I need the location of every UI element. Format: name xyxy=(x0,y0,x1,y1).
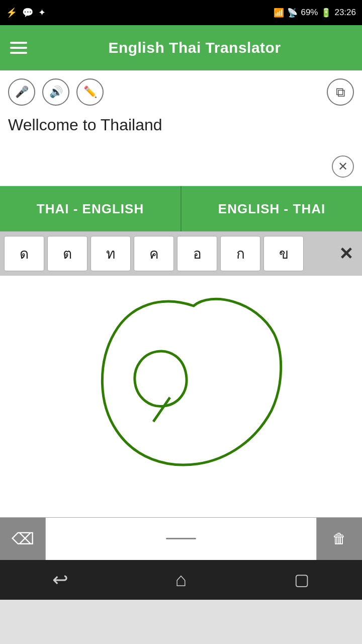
copy-button[interactable]: ⧉ xyxy=(327,78,354,106)
status-bar: ⚡ 💬 ✦ 📶 📡 69% 🔋 23:26 xyxy=(0,0,362,25)
status-left-icons: ⚡ 💬 ✦ xyxy=(6,7,46,18)
speaker-icon: 🔊 xyxy=(49,86,63,99)
char-btn-5[interactable]: ก xyxy=(220,236,260,271)
drawing-path-tail xyxy=(153,397,170,422)
drawing-path-inner xyxy=(135,351,187,407)
keyboard-bar: ⌫ 🗑 xyxy=(0,517,362,559)
mic-button[interactable]: 🎤 xyxy=(8,78,35,106)
menu-button[interactable] xyxy=(10,42,27,54)
char-btn-3[interactable]: ค xyxy=(134,236,174,271)
signal-icon: 📡 xyxy=(287,8,298,18)
input-area: 🎤 🔊 ✏️ ⧉ Wellcome to Thailand ✕ xyxy=(0,70,362,186)
usb-icon: ⚡ xyxy=(6,7,17,18)
char-btn-0[interactable]: ด xyxy=(4,236,44,271)
delete-icon: 🗑 xyxy=(332,530,346,547)
speaker-button[interactable]: 🔊 xyxy=(42,78,69,106)
mode-buttons: THAI - ENGLISH ENGLISH - THAI xyxy=(0,186,362,231)
spacebar-indicator xyxy=(166,538,196,539)
char-btn-4[interactable]: อ xyxy=(177,236,217,271)
app-title: English Thai Translator xyxy=(37,39,352,56)
copy-icon: ⧉ xyxy=(336,85,345,100)
delete-button[interactable]: 🗑 xyxy=(317,518,362,560)
drawing-canvas[interactable] xyxy=(0,276,362,517)
drawing-path-outer xyxy=(102,299,281,465)
clock: 23:26 xyxy=(334,8,356,18)
drawing-svg xyxy=(0,276,362,517)
back-icon: ↩ xyxy=(52,569,68,591)
recents-button[interactable]: ▢ xyxy=(282,565,322,595)
mic-icon: 🎤 xyxy=(15,86,29,99)
android-icon: ✦ xyxy=(38,7,46,18)
char-btn-6[interactable]: ข xyxy=(263,236,304,271)
backspace-button[interactable]: ⌫ xyxy=(0,518,45,560)
char-btn-2[interactable]: ท xyxy=(90,236,131,271)
recents-icon: ▢ xyxy=(294,570,309,589)
navigation-bar: ↩ ⌂ ▢ xyxy=(0,559,362,600)
edit-icon: ✏️ xyxy=(83,86,97,99)
home-button[interactable]: ⌂ xyxy=(161,565,201,595)
input-text[interactable]: Wellcome to Thailand xyxy=(8,115,354,145)
status-right-info: 📶 📡 69% 🔋 23:26 xyxy=(274,8,356,18)
home-icon: ⌂ xyxy=(175,569,187,591)
chat-icon: 💬 xyxy=(22,7,33,18)
close-suggestions-button[interactable]: ✕ xyxy=(334,244,358,264)
english-thai-button[interactable]: ENGLISH - THAI xyxy=(182,186,362,231)
app-header: English Thai Translator xyxy=(0,25,362,70)
char-btn-1[interactable]: ต xyxy=(47,236,87,271)
toolbar-icons: 🎤 🔊 ✏️ xyxy=(8,78,354,106)
char-suggestions-bar: ด ต ท ค อ ก ข ✕ xyxy=(0,231,362,276)
clear-button[interactable]: ✕ xyxy=(332,155,354,178)
edit-button[interactable]: ✏️ xyxy=(76,78,104,106)
battery-level: 69% xyxy=(301,8,318,18)
spacebar-button[interactable] xyxy=(45,518,317,560)
battery-icon: 🔋 xyxy=(321,8,331,18)
wifi-icon: 📶 xyxy=(274,8,284,18)
backspace-icon: ⌫ xyxy=(12,529,34,548)
clear-icon: ✕ xyxy=(338,159,348,174)
back-button[interactable]: ↩ xyxy=(40,565,80,595)
thai-english-button[interactable]: THAI - ENGLISH xyxy=(0,186,182,231)
